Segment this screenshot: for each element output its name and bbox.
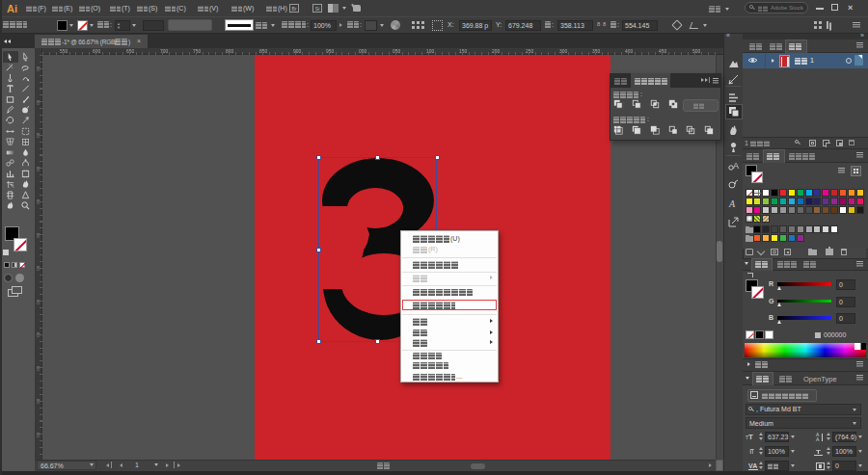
svg-text:A: A <box>728 198 736 209</box>
svg-text:A: A <box>733 161 739 171</box>
